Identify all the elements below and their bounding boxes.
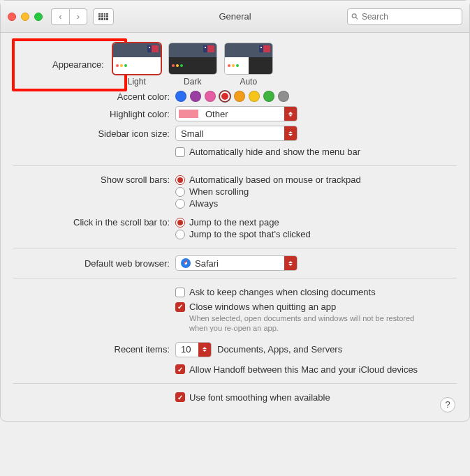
recent-items-select[interactable]: 10	[175, 342, 212, 357]
divider	[13, 248, 457, 248]
forward-button[interactable]: ›	[69, 8, 87, 25]
grid-icon	[98, 13, 108, 20]
titlebar: ‹ › General	[1, 1, 469, 33]
scrollbars-option[interactable]: When scrolling	[175, 186, 361, 197]
search-field-wrap[interactable]	[347, 8, 462, 25]
scroll-click-label: Click in the scroll bar to:	[13, 216, 175, 228]
accent-color-swatches	[175, 91, 289, 102]
accent-color-swatch[interactable]	[219, 91, 230, 102]
highlight-color-label: Highlight color:	[13, 109, 175, 119]
accent-color-label: Accent color:	[13, 91, 175, 102]
accent-color-swatch[interactable]	[249, 91, 260, 102]
accent-color-swatch[interactable]	[278, 91, 289, 102]
svg-line-1	[356, 17, 358, 19]
checkbox-icon	[175, 302, 185, 312]
checkbox-icon	[175, 147, 185, 157]
divider	[13, 278, 457, 278]
nav-buttons: ‹ ›	[51, 8, 87, 25]
general-preferences-window: ‹ › General Appearance:	[0, 0, 470, 422]
chevron-updown-icon	[284, 256, 297, 270]
safari-icon	[181, 258, 191, 268]
checkbox-icon	[175, 392, 185, 402]
accent-color-swatch[interactable]	[205, 91, 216, 102]
radio-icon	[175, 199, 185, 209]
radio-icon	[175, 187, 185, 197]
svg-point-0	[352, 14, 356, 18]
close-windows-checkbox[interactable]: Close windows when quitting an app	[175, 302, 420, 312]
checkbox-icon	[175, 288, 185, 297]
appearance-option-auto[interactable]: Auto	[224, 43, 273, 87]
appearance-label: Appearance:	[13, 59, 110, 70]
help-button[interactable]: ?	[440, 397, 455, 412]
highlight-color-swatch	[179, 110, 198, 118]
sidebar-icon-size-label: Sidebar icon size:	[13, 128, 175, 139]
scrollclick-option[interactable]: Jump to the spot that's clicked	[175, 229, 311, 239]
chevron-updown-icon	[198, 343, 211, 357]
accent-color-swatch[interactable]	[175, 91, 186, 102]
scrollclick-option[interactable]: Jump to the next page	[175, 217, 311, 228]
scrollbars-option[interactable]: Always	[175, 198, 361, 209]
radio-icon	[175, 230, 185, 239]
accent-color-swatch[interactable]	[263, 91, 274, 102]
minimize-window-button[interactable]	[21, 13, 29, 21]
default-browser-label: Default web browser:	[13, 258, 175, 269]
recent-items-suffix: Documents, Apps, and Servers	[217, 344, 342, 355]
scrollbars-option[interactable]: Automatically based on mouse or trackpad	[175, 174, 361, 185]
close-window-button[interactable]	[8, 13, 16, 21]
radio-icon	[175, 175, 185, 185]
checkbox-icon	[175, 364, 185, 374]
radio-icon	[175, 218, 185, 228]
divider	[13, 383, 457, 384]
search-icon	[351, 13, 358, 20]
font-smoothing-checkbox[interactable]: Use font smoothing when available	[175, 392, 330, 403]
appearance-option-dark[interactable]: Dark	[168, 43, 217, 87]
content-area: Appearance: Light Dark Auto	[1, 33, 469, 421]
ask-keep-changes-checkbox[interactable]: Ask to keep changes when closing documen…	[175, 287, 376, 297]
sidebar-icon-size-select[interactable]: Small	[175, 126, 298, 141]
recent-items-label: Recent items:	[13, 344, 175, 355]
scroll-bars-label: Show scroll bars:	[13, 173, 175, 185]
search-input[interactable]	[362, 12, 458, 22]
chevron-updown-icon	[284, 126, 297, 140]
window-controls	[8, 13, 43, 21]
back-button[interactable]: ‹	[51, 8, 69, 25]
close-windows-description: When selected, open documents and window…	[189, 313, 420, 334]
accent-color-swatch[interactable]	[234, 91, 245, 102]
show-all-button[interactable]	[93, 8, 114, 25]
accent-color-swatch[interactable]	[190, 91, 201, 102]
default-browser-select[interactable]: Safari	[175, 255, 298, 271]
zoom-window-button[interactable]	[34, 13, 43, 21]
divider	[13, 165, 457, 166]
handoff-checkbox[interactable]: Allow Handoff between this Mac and your …	[175, 364, 418, 375]
appearance-option-light[interactable]: Light	[112, 43, 161, 87]
highlight-color-select[interactable]: Other	[175, 106, 298, 121]
autohide-menubar-checkbox[interactable]: Automatically hide and show the menu bar	[175, 147, 360, 157]
chevron-updown-icon	[284, 107, 297, 121]
